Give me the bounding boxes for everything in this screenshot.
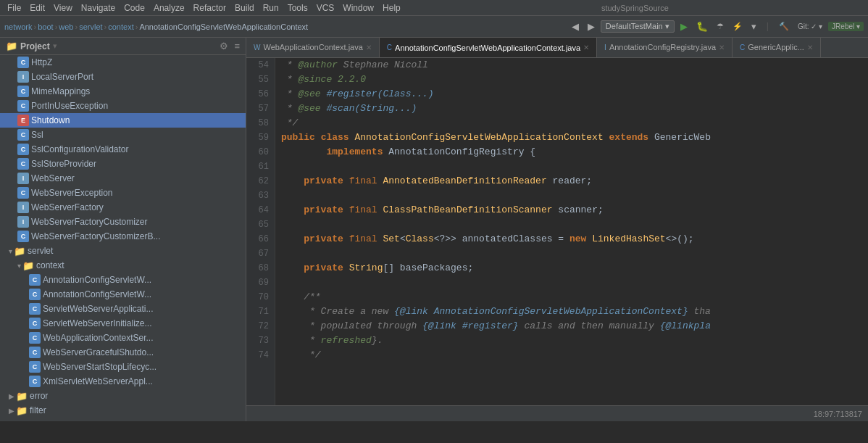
- run-config-label: DefaultTestMain: [606, 22, 663, 30]
- tab-genericapplic[interactable]: C GenericApplic... ✕: [733, 38, 821, 57]
- code-editor[interactable]: * @author Stephane Nicoll * @since 2.2.0…: [275, 58, 868, 405]
- tree-item-shutdown[interactable]: E Shutdown: [0, 113, 246, 128]
- git-button[interactable]: Git: ✓ ▾: [795, 21, 825, 32]
- jrebel-button[interactable]: JRebel ▾: [828, 22, 864, 31]
- menu-file[interactable]: File: [3, 0, 25, 16]
- tree-label: PortInUseException: [31, 101, 108, 111]
- tree-item-xmlservletwebserver[interactable]: C XmlServletWebServerAppl...: [0, 374, 246, 389]
- code-line-71: * Create a new {@link AnnotationConfigSe…: [281, 305, 862, 319]
- more-run-button[interactable]: ▾: [748, 20, 759, 33]
- menu-analyze[interactable]: Analyze: [149, 0, 189, 16]
- tree-item-filter-folder[interactable]: ▶ 📁 filter: [0, 403, 246, 418]
- tab-close-icon[interactable]: ✕: [583, 44, 589, 51]
- tree-item-webserverexception[interactable]: C WebServerException: [0, 186, 246, 200]
- tree-label: WebServerException: [31, 188, 113, 198]
- tree-item-sslstoreprovider[interactable]: C SslStoreProvider: [0, 157, 246, 171]
- code-line-59: public class AnnotationConfigServletWebA…: [281, 131, 862, 145]
- tree-item-webserverfactorycustomizerb[interactable]: C WebServerFactoryCustomizerB...: [0, 229, 246, 244]
- tree-item-ssl[interactable]: C Ssl: [0, 128, 246, 142]
- breadcrumb-class[interactable]: AnnotationConfigServletWebApplicationCon…: [139, 22, 308, 31]
- tree-item-annotationconfigservletw2[interactable]: C AnnotationConfigServletW...: [0, 287, 246, 302]
- menu-run[interactable]: Run: [259, 0, 283, 16]
- class-icon: C: [17, 158, 29, 170]
- menu-navigate[interactable]: Navigate: [77, 0, 120, 16]
- tree-item-webservergraceful[interactable]: C WebServerGracefulShutdo...: [0, 345, 246, 360]
- tree-item-mimemappings[interactable]: C MimeMappings: [0, 84, 246, 99]
- tab-close-icon[interactable]: ✕: [719, 44, 725, 51]
- breadcrumb-web[interactable]: web: [59, 22, 73, 31]
- sidebar-tree: C HttpZ I LocalServerPort C MimeMappings…: [0, 55, 246, 421]
- code-line-54: * @author Stephane Nicoll: [281, 58, 862, 73]
- tabs-bar: W WebApplicationContext.java ✕ C Annotat…: [246, 38, 868, 58]
- folder-icon: 📁: [16, 390, 28, 402]
- tree-item-context-folder[interactable]: ▾ 📁 context: [0, 258, 246, 273]
- tree-label: HttpZ: [31, 57, 52, 67]
- class-icon: C: [17, 231, 29, 242]
- line-numbers: 54 55 56 57 58 59 60 61 62 63 64 65 66 6…: [246, 58, 275, 405]
- menu-view[interactable]: View: [49, 0, 77, 16]
- menu-vcs[interactable]: VCS: [312, 0, 339, 16]
- tree-item-httpz[interactable]: C HttpZ: [0, 55, 246, 70]
- menu-tools[interactable]: Tools: [283, 0, 312, 16]
- menu-build[interactable]: Build: [230, 0, 259, 16]
- profile-button[interactable]: ⚡: [730, 20, 746, 33]
- build-button[interactable]: 🔨: [776, 20, 792, 33]
- breadcrumb-servlet[interactable]: servlet: [79, 22, 102, 31]
- class-icon: C: [29, 303, 41, 315]
- code-line-68: private String[] basePackages;: [281, 261, 862, 276]
- tree-label: ServletWebServerInitialize...: [43, 318, 152, 328]
- code-line-61: [281, 160, 862, 174]
- tree-item-error-folder[interactable]: ▶ 📁 error: [0, 389, 246, 403]
- back-button[interactable]: ◀: [569, 20, 582, 33]
- tree-item-annotationconfigservletw1[interactable]: C AnnotationConfigServletW...: [0, 273, 246, 287]
- tree-item-webserverstartlifecyc[interactable]: C WebServerStartStopLifecyc...: [0, 360, 246, 374]
- run-config-selector[interactable]: DefaultTestMain ▾: [601, 20, 675, 33]
- tab-icon: C: [740, 44, 745, 51]
- interface-icon: I: [17, 216, 29, 228]
- tree-item-portinuseexception[interactable]: C PortInUseException: [0, 99, 246, 113]
- arrow-right-icon: ▶: [9, 421, 14, 422]
- arrow-right-icon: ▶: [9, 407, 14, 415]
- breadcrumb-network[interactable]: network: [4, 22, 33, 31]
- menu-window[interactable]: Window: [338, 0, 378, 16]
- tab-annotationconfigservlet[interactable]: C AnnotationConfigServletWebApplicationC…: [380, 38, 597, 57]
- tree-label: Ssl: [31, 130, 43, 140]
- menu-refactor[interactable]: Refactor: [189, 0, 230, 16]
- menu-code[interactable]: Code: [120, 0, 149, 16]
- tree-item-servletwebserverinitialize[interactable]: C ServletWebServerInitialize...: [0, 316, 246, 331]
- interface-icon: I: [17, 173, 29, 184]
- tab-close-icon[interactable]: ✕: [366, 44, 372, 51]
- sidebar-settings-icon[interactable]: ⚙: [220, 41, 228, 51]
- tab-close-icon[interactable]: ✕: [807, 44, 813, 51]
- breadcrumb-boot[interactable]: boot: [38, 22, 53, 31]
- sidebar-collapse-icon[interactable]: ≡: [234, 41, 240, 51]
- tree-label: MimeMappings: [31, 86, 90, 96]
- sidebar: 📁 Project ▾ ⚙ ≡ C HttpZ I LocalServerPor…: [0, 38, 246, 421]
- tree-item-sslconfigurationvalidator[interactable]: C SslConfigurationValidator: [0, 142, 246, 157]
- menu-edit[interactable]: Edit: [25, 0, 49, 16]
- arrow-right-icon: ▶: [9, 392, 14, 400]
- code-line-74: */: [281, 348, 862, 363]
- tree-item-webserverfactorycustomizer[interactable]: I WebServerFactoryCustomizer: [0, 215, 246, 229]
- tree-label: ServletWebServerApplicati...: [43, 304, 154, 314]
- tree-item-localserverport[interactable]: I LocalServerPort: [0, 70, 246, 84]
- debug-button[interactable]: 🐛: [693, 20, 711, 33]
- tree-item-server-folder[interactable]: ▶ 📁 server: [0, 418, 246, 421]
- tree-item-servletwebserverapplicati[interactable]: C ServletWebServerApplicati...: [0, 302, 246, 316]
- tab-webappcontext[interactable]: W WebApplicationContext.java ✕: [246, 38, 380, 57]
- code-line-60: implements AnnotationConfigRegistry {: [281, 145, 862, 160]
- coverage-button[interactable]: ☂: [714, 20, 727, 33]
- class-icon: C: [17, 57, 29, 68]
- breadcrumb-context[interactable]: context: [108, 22, 133, 31]
- tree-item-webserverfactory[interactable]: I WebServerFactory: [0, 200, 246, 215]
- folder-icon: 📁: [14, 245, 25, 257]
- tab-annotationconfigregistry[interactable]: I AnnotationConfigRegistry.java ✕: [597, 38, 733, 57]
- tab-label: GenericApplic...: [748, 43, 804, 51]
- forward-button[interactable]: ▶: [585, 20, 598, 33]
- run-button[interactable]: ▶: [677, 20, 690, 33]
- tree-item-servlet-folder[interactable]: ▾ 📁 servlet: [0, 244, 246, 258]
- tree-item-webserver[interactable]: I WebServer: [0, 171, 246, 186]
- tree-item-webappcontextser[interactable]: C WebApplicationContextSer...: [0, 331, 246, 345]
- code-line-57: * @see #scan(String...): [281, 102, 862, 116]
- menu-help[interactable]: Help: [378, 0, 405, 16]
